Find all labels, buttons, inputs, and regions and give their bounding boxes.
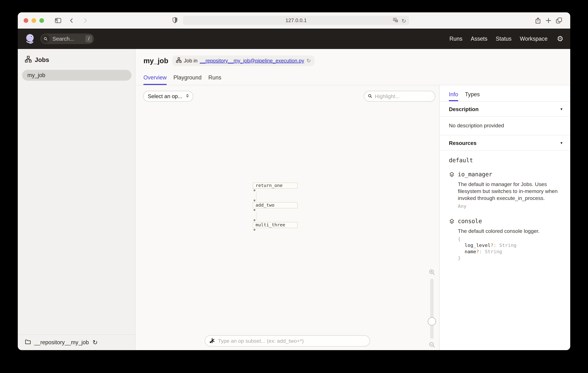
repository-footer[interactable]: __repository__my_job ↻: [18, 334, 135, 350]
output-port-dot: [253, 209, 255, 211]
translate-icon[interactable]: [392, 17, 399, 25]
dagster-logo[interactable]: [25, 33, 35, 44]
search-icon: [41, 35, 50, 43]
graph-node-multi-three[interactable]: multi_three: [253, 222, 297, 228]
address-bar-icons: ↻: [392, 17, 406, 25]
config-field-log-level: log_level?: String: [458, 242, 539, 248]
resource-layers-icon: [449, 171, 455, 209]
nav-runs[interactable]: Runs: [449, 35, 462, 42]
forward-icon[interactable]: [81, 17, 89, 24]
search-icon: [368, 94, 372, 99]
highlight-input[interactable]: [374, 93, 431, 99]
chevron-up-down-icon: [185, 93, 190, 99]
sidebar-toggle-icon[interactable]: [54, 17, 62, 24]
reload-icon[interactable]: ↻: [401, 18, 406, 24]
nav-assets[interactable]: Assets: [471, 35, 487, 42]
zoom-window-button[interactable]: [39, 18, 44, 23]
resource-layers-icon: [449, 218, 455, 261]
tab-info[interactable]: Info: [449, 91, 458, 101]
chevron-down-icon: ▼: [560, 107, 563, 111]
resources-section-header[interactable]: Resources ▼: [440, 135, 570, 151]
highlight-search: [364, 91, 435, 102]
zoom-slider-thumb[interactable]: [428, 317, 436, 326]
graph-node-return-one[interactable]: return_one: [253, 183, 297, 188]
global-search[interactable]: Search... /: [40, 33, 94, 44]
tab-types[interactable]: Types: [465, 91, 480, 101]
resources-body: default io_manager The default io manage…: [440, 151, 570, 270]
panel-tabs: Info Types: [440, 85, 570, 101]
description-body: No description provided: [440, 117, 570, 135]
resource-io-manager: io_manager The default io manager for Jo…: [449, 171, 563, 209]
address-bar[interactable]: 127.0.0.1 ↻: [183, 16, 409, 25]
job-tabs: Overview Playground Runs: [136, 74, 570, 85]
tab-overview-icon[interactable]: [555, 17, 563, 24]
settings-gear-icon[interactable]: ⚙: [557, 35, 563, 43]
config-open-brace: {: [458, 236, 539, 242]
jobs-sidebar: Jobs my_job __repository__my_job ↻: [18, 49, 136, 350]
zoom-slider[interactable]: [430, 279, 434, 339]
new-tab-icon[interactable]: [545, 17, 552, 24]
sidebar-item-my-job[interactable]: my_job: [22, 70, 131, 81]
input-port-dot: [253, 199, 255, 201]
header-nav: Runs Assets Status Workspace ⚙: [449, 35, 563, 43]
search-placeholder: Search...: [52, 36, 85, 42]
resource-description: The default colored console logger.: [458, 228, 539, 235]
op-subset-input[interactable]: [218, 338, 366, 344]
op-graph-canvas[interactable]: Select an op...: [136, 85, 439, 350]
resource-group-name: default: [449, 157, 563, 164]
svg-text:add_two: add_two: [256, 202, 274, 208]
svg-text:return_one: return_one: [256, 183, 283, 188]
job-graph-icon: [25, 56, 32, 64]
output-port-dot: [253, 229, 255, 231]
tab-overview[interactable]: Overview: [143, 74, 167, 85]
tab-runs[interactable]: Runs: [208, 74, 221, 85]
job-origin-badge: Job in __repository__my_job@pipeline_exe…: [172, 55, 315, 66]
sidebar-header: Jobs: [18, 49, 135, 64]
sidebar-title: Jobs: [35, 56, 49, 63]
job-reload-icon[interactable]: ↻: [306, 58, 311, 63]
sidebar-spacer: [18, 81, 135, 334]
zoom-control: [427, 269, 437, 349]
op-select-label: Select an op...: [148, 93, 182, 99]
resource-name: console: [458, 218, 539, 225]
config-close-brace: }: [458, 255, 539, 261]
browser-chrome: 127.0.0.1 ↻: [18, 12, 570, 29]
chevron-down-icon: ▼: [560, 141, 563, 145]
zoom-out-icon[interactable]: [429, 341, 435, 349]
description-section-header[interactable]: Description ▼: [440, 101, 570, 117]
graph-node-add-two[interactable]: add_two: [253, 202, 297, 208]
description-title: Description: [449, 106, 479, 112]
privacy-shield-icon[interactable]: [172, 17, 178, 24]
config-field-name: name?: String: [458, 248, 539, 255]
app-header: Search... / Runs Assets Status Workspace…: [18, 29, 570, 49]
resources-title: Resources: [449, 140, 476, 146]
nav-workspace[interactable]: Workspace: [520, 35, 547, 42]
browser-toolbar-right: [534, 17, 563, 24]
nav-status[interactable]: Status: [496, 35, 512, 42]
job-icon: [176, 57, 182, 64]
share-icon[interactable]: [534, 17, 542, 24]
op-selector-icon: [209, 338, 215, 344]
minimize-window-button[interactable]: [32, 18, 36, 23]
tab-playground[interactable]: Playground: [173, 74, 201, 85]
job-main: my_job Job in __repository__my_job@pipel…: [136, 49, 570, 350]
zoom-in-icon[interactable]: [429, 269, 435, 276]
op-select-button[interactable]: Select an op...: [143, 91, 193, 102]
resource-type: Any: [458, 203, 560, 209]
op-graph: return_one add_two multi_three: [253, 183, 301, 234]
browser-nav-buttons: [54, 17, 89, 24]
op-subset-bar: [205, 335, 370, 346]
resource-description: The default io manager for Jobs. Uses fi…: [458, 181, 560, 202]
job-origin-link[interactable]: __repository__my_job@pipeline_execution.…: [200, 58, 304, 64]
window-controls: [24, 18, 44, 23]
folder-icon: [25, 339, 31, 346]
info-panel: Info Types Description ▼ No description …: [439, 85, 570, 350]
search-shortcut-badge: /: [85, 35, 92, 42]
back-icon[interactable]: [68, 17, 75, 24]
url-text: 127.0.0.1: [285, 17, 307, 23]
close-window-button[interactable]: [24, 18, 28, 23]
browser-window: 127.0.0.1 ↻: [18, 12, 570, 350]
resource-config-schema: { log_level?: String name?: String }: [458, 236, 539, 261]
resource-console: console The default colored console logg…: [449, 218, 563, 261]
repository-reload-icon[interactable]: ↻: [93, 339, 98, 345]
